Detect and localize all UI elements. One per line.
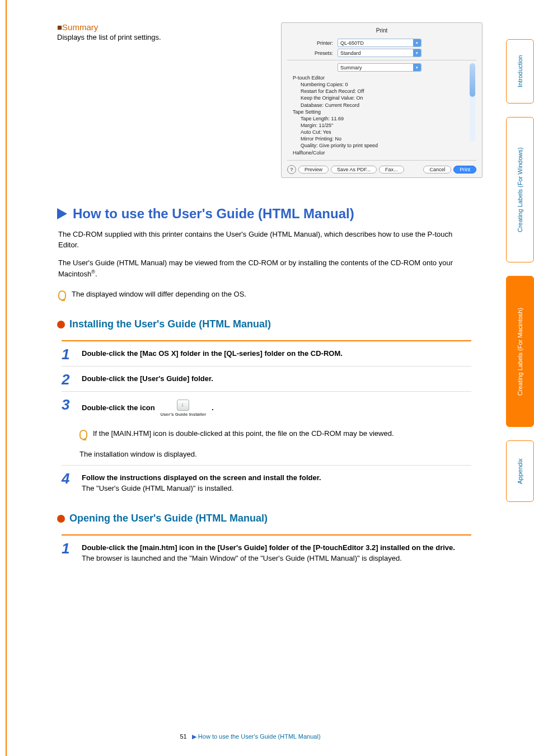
intro-paragraph-1: The CD-ROM supplied with this printer co… <box>58 229 472 251</box>
page-footer: 51 ▶ How to use the User's Guide (HTML M… <box>7 733 494 740</box>
step-number: 1 <box>62 347 76 361</box>
printer-label: Printer: <box>287 40 338 46</box>
triangle-right-icon: ▶ <box>192 733 196 740</box>
step-number: 3 <box>62 397 76 412</box>
print-dialog: Print Printer: QL-650TD ▾ Presets: Stand… <box>281 22 483 178</box>
print-button[interactable]: Print <box>453 166 476 173</box>
cancel-button[interactable]: Cancel <box>423 166 451 173</box>
tip-text: The displayed window will differ dependi… <box>72 290 246 298</box>
tab-creating-labels-macintosh[interactable]: Creating Labels (For Macintosh) <box>506 276 534 427</box>
triangle-bullet-icon <box>57 208 67 219</box>
section-title: How to use the User's Guide (HTML Manual… <box>73 206 354 222</box>
printer-select[interactable]: QL-650TD ▾ <box>338 39 421 47</box>
step-3-result: The installation window is displayed. <box>62 441 471 459</box>
scrollbar[interactable] <box>470 63 475 142</box>
step-number: 4 <box>62 471 76 486</box>
step-3-text: Double-click the icon User's Guide Insta… <box>82 397 471 417</box>
page-number: 51 <box>180 733 186 740</box>
print-dialog-title: Print <box>287 27 476 37</box>
open-step-1-result: The browser is launched and the "Main Wi… <box>82 554 471 562</box>
installer-icon: User's Guide Installer <box>160 400 206 417</box>
dropdown-arrow-icon: ▾ <box>413 49 421 57</box>
tab-appendix[interactable]: Appendix <box>506 440 534 502</box>
step-1-text: Double-click the [Mac OS X] folder in th… <box>82 347 471 358</box>
intro-paragraph-2: The User's Guide (HTML Manual) may be vi… <box>58 258 472 280</box>
print-settings-list: P-touch Editor Numbering Copies: 0 Resta… <box>287 73 476 157</box>
summary-description: Displays the list of print settings. <box>57 33 270 41</box>
tab-creating-labels-windows[interactable]: Creating Labels (For Windows) <box>506 117 534 262</box>
fax-button[interactable]: Fax... <box>379 166 404 173</box>
opening-title: Opening the User's Guide (HTML Manual) <box>69 513 268 524</box>
step-number: 2 <box>62 372 76 387</box>
lightbulb-icon <box>79 430 87 440</box>
presets-label: Presets: <box>287 50 338 56</box>
preview-button[interactable]: Preview <box>298 166 329 173</box>
presets-select[interactable]: Standard ▾ <box>338 49 421 57</box>
step-4-result: The "User's Guide (HTML Manual)" is inst… <box>82 484 471 492</box>
step-4-text: Follow the instructions displayed on the… <box>82 471 471 492</box>
square-bullet-icon: ■ <box>57 22 62 32</box>
open-step-1-text: Double-click the [main.htm] icon in the … <box>82 541 471 562</box>
step-2-text: Double-click the [User's Guide] folder. <box>82 372 471 383</box>
lightbulb-icon <box>58 290 66 300</box>
footer-link[interactable]: How to use the User's Guide (HTML Manual… <box>198 733 321 740</box>
dropdown-arrow-icon: ▾ <box>413 64 421 71</box>
side-nav-tabs: Introduction Creating Labels (For Window… <box>506 0 534 502</box>
summary-heading: ■Summary <box>57 22 270 32</box>
step-number: 1 <box>62 541 76 556</box>
panel-select[interactable]: Summary ▾ <box>338 63 421 72</box>
tab-introduction[interactable]: Introduction <box>506 39 534 104</box>
step-3-tip: If the [MAIN.HTM] icon is double-clicked… <box>93 429 394 438</box>
circle-bullet-icon <box>57 515 65 523</box>
scroll-thumb[interactable] <box>470 63 475 97</box>
save-as-pdf-button[interactable]: Save As PDF... <box>331 166 377 173</box>
circle-bullet-icon <box>57 321 65 328</box>
dropdown-arrow-icon: ▾ <box>413 39 421 46</box>
installing-title: Installing the User's Guide (HTML Manual… <box>69 318 271 330</box>
help-button[interactable]: ? <box>287 165 296 174</box>
